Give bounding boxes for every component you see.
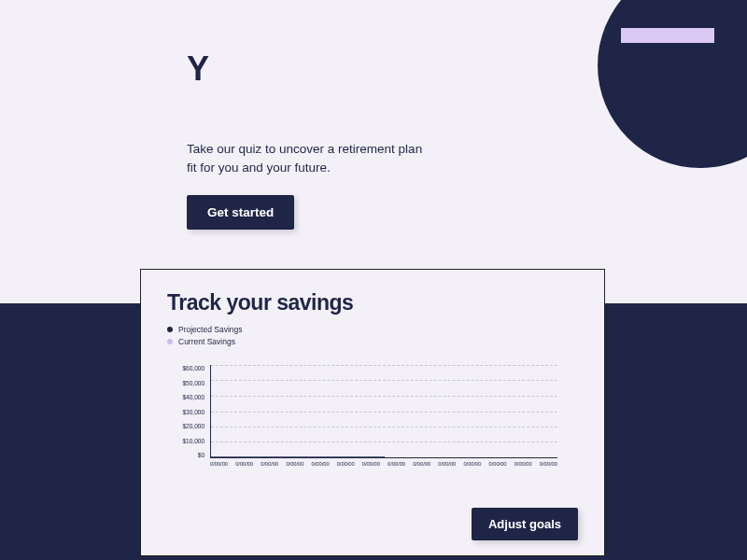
y-tick: $0 xyxy=(171,452,204,458)
y-axis-labels: $60,000 $50,000 $40,000 $30,000 $20,000 … xyxy=(171,365,204,458)
x-tick: 0/00/00 xyxy=(540,461,557,467)
x-tick: 0/00/00 xyxy=(312,461,330,467)
x-tick: 0/00/00 xyxy=(388,461,405,467)
x-tick: 0/00/00 xyxy=(235,461,253,467)
hero-title: Y xyxy=(187,52,486,86)
legend-item-projected: Projected Savings xyxy=(167,325,578,334)
x-tick: 0/00/00 xyxy=(489,461,507,467)
y-tick: $20,000 xyxy=(171,423,204,429)
legend-label: Projected Savings xyxy=(178,325,243,334)
legend-item-current: Current Savings xyxy=(167,337,578,346)
legend-dot-icon xyxy=(167,327,173,332)
y-tick: $10,000 xyxy=(171,438,204,444)
legend-dot-icon xyxy=(167,339,173,344)
hero: Y Take our quiz to uncover a retirement … xyxy=(187,52,486,230)
x-axis-labels: 0/00/00 0/00/00 0/00/00 0/00/00 0/00/00 … xyxy=(210,461,557,467)
decor-circle xyxy=(598,0,747,168)
x-tick: 0/00/00 xyxy=(463,461,481,467)
legend-label: Current Savings xyxy=(178,337,235,346)
x-tick: 0/00/00 xyxy=(514,461,532,467)
y-tick: $60,000 xyxy=(171,365,204,371)
y-tick: $30,000 xyxy=(171,409,204,415)
plot-area xyxy=(210,365,557,458)
x-tick: 0/00/00 xyxy=(286,461,303,467)
y-tick: $50,000 xyxy=(171,380,204,386)
decor-lavender-bar xyxy=(621,28,714,43)
x-tick: 0/00/00 xyxy=(362,461,380,467)
projected-line xyxy=(211,365,558,458)
y-tick: $40,000 xyxy=(171,394,204,400)
legend: Projected Savings Current Savings xyxy=(167,325,578,346)
card-title: Track your savings xyxy=(167,290,578,315)
savings-chart: $60,000 $50,000 $40,000 $30,000 $20,000 … xyxy=(175,365,567,472)
get-started-button[interactable]: Get started xyxy=(187,195,294,230)
x-tick: 0/00/00 xyxy=(413,461,430,467)
adjust-goals-button[interactable]: Adjust goals xyxy=(472,508,578,540)
x-tick: 0/00/00 xyxy=(261,461,278,467)
x-tick: 0/00/00 xyxy=(337,461,355,467)
hero-subtitle: Take our quiz to uncover a retirement pl… xyxy=(187,140,430,178)
savings-card: Track your savings Projected Savings Cur… xyxy=(140,269,605,556)
x-tick: 0/00/00 xyxy=(438,461,456,467)
x-tick: 0/00/00 xyxy=(210,461,228,467)
